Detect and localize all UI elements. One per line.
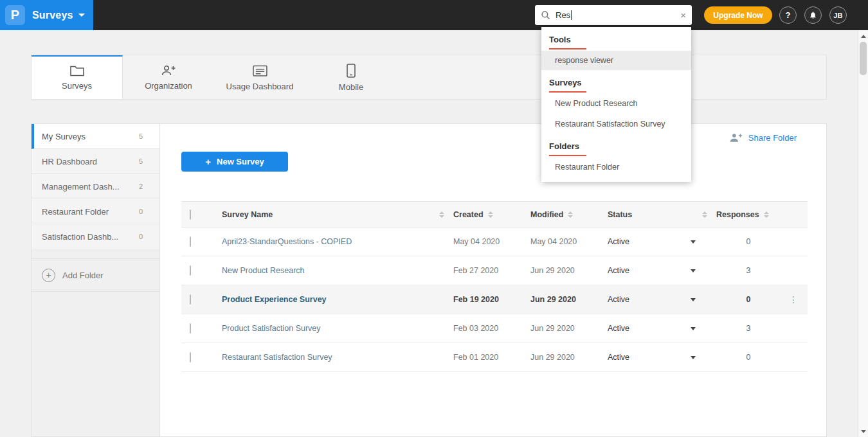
sort-icon[interactable] — [568, 211, 573, 218]
tab-organization[interactable]: Organization — [123, 55, 214, 99]
row-checkbox[interactable] — [190, 294, 191, 305]
scroll-up-arrow-icon[interactable] — [858, 31, 868, 40]
created-date: Feb 03 2020 — [453, 324, 530, 333]
sidebar-item-management-dashboard[interactable]: Management Dash... 2 — [32, 174, 159, 199]
survey-name-link[interactable]: New Product Research — [222, 266, 305, 275]
search-input[interactable]: Res × — [535, 5, 692, 25]
folder-icon — [70, 65, 84, 76]
suggestion-response-viewer[interactable]: response viewer — [541, 51, 691, 70]
modified-date: May 04 2020 — [530, 237, 608, 246]
tab-label: Surveys — [62, 81, 92, 91]
main-nav-tabs: Surveys Organization Usage Dashboard Mob… — [31, 55, 827, 100]
help-button[interactable]: ? — [779, 6, 797, 24]
page-scrollbar[interactable] — [858, 30, 868, 437]
tab-mobile[interactable]: Mobile — [305, 55, 397, 99]
folders-sidebar: My Surveys 5 HR Dashboard 5 Management D… — [32, 124, 160, 436]
sort-icon[interactable] — [702, 211, 707, 218]
folder-label: My Surveys — [42, 132, 86, 141]
status-value: Active — [608, 324, 629, 333]
search-icon — [541, 10, 550, 20]
plus-circle-icon: + — [42, 269, 55, 282]
tab-usage-dashboard[interactable]: Usage Dashboard — [214, 55, 305, 99]
scrollbar-thumb[interactable] — [860, 42, 867, 75]
dropdown-section-surveys: Surveys — [541, 70, 691, 93]
responses-count: 3 — [716, 324, 781, 333]
share-folder-button[interactable]: Share Folder — [729, 133, 797, 143]
survey-name-link[interactable]: Product Experience Survey — [222, 295, 327, 304]
table-header-row: Survey Name Created Modified Status Resp… — [181, 201, 808, 227]
sidebar-item-satisfaction-dashboard[interactable]: Satisfaction Dashb... 0 — [32, 224, 159, 249]
status-dropdown-caret-icon[interactable] — [691, 240, 696, 244]
status-value: Active — [608, 237, 629, 246]
brand-logo: P — [5, 5, 25, 25]
text-cursor — [571, 10, 572, 20]
survey-name-link[interactable]: Product Satisfaction Survey — [222, 324, 321, 333]
table-row: Product Satisfaction Survey Feb 03 2020 … — [181, 314, 808, 343]
folder-label: Management Dash... — [42, 182, 120, 192]
folder-count: 0 — [139, 233, 143, 240]
tab-label: Mobile — [339, 82, 363, 92]
dropdown-section-tools: Tools — [541, 27, 691, 49]
user-avatar[interactable]: JB — [829, 6, 847, 24]
header-survey-name[interactable]: Survey Name — [213, 210, 453, 219]
question-mark-icon: ? — [786, 10, 791, 20]
header-modified[interactable]: Modified — [530, 210, 608, 219]
status-dropdown-caret-icon[interactable] — [691, 298, 696, 301]
responses-count: 0 — [716, 237, 781, 246]
sort-icon[interactable] — [764, 211, 769, 218]
header-responses[interactable]: Responses — [716, 210, 781, 219]
top-bar: P Surveys Res × Upgrade Now ? JB — [0, 0, 868, 30]
survey-name-link[interactable]: Restaurant Satisfaction Survey — [222, 353, 332, 362]
created-date: Feb 19 2020 — [453, 295, 530, 304]
status-dropdown-caret-icon[interactable] — [691, 327, 696, 330]
new-survey-button[interactable]: + New Survey — [181, 152, 288, 172]
header-created[interactable]: Created — [453, 210, 530, 219]
survey-name-link[interactable]: April23-StandarQuestions - COPIED — [222, 237, 352, 246]
folder-count: 2 — [139, 183, 143, 190]
row-checkbox[interactable] — [190, 352, 191, 362]
folder-count: 0 — [139, 208, 143, 215]
sidebar-item-restaurant-folder[interactable]: Restaurant Folder 0 — [32, 199, 159, 224]
row-checkbox[interactable] — [190, 236, 191, 247]
row-checkbox[interactable] — [190, 265, 191, 276]
sidebar-item-hr-dashboard[interactable]: HR Dashboard 5 — [32, 149, 159, 174]
add-folder-button[interactable]: + Add Folder — [32, 258, 159, 292]
bell-icon — [809, 11, 817, 19]
created-date: Feb 27 2020 — [453, 266, 530, 275]
sort-icon[interactable] — [488, 211, 493, 218]
status-dropdown-caret-icon[interactable] — [691, 269, 696, 272]
header-status[interactable]: Status — [608, 210, 716, 219]
sort-icon[interactable] — [439, 211, 444, 218]
dashboard-icon — [253, 65, 267, 77]
scroll-down-arrow-icon[interactable] — [858, 427, 868, 436]
folder-label: Satisfaction Dashb... — [42, 232, 118, 242]
share-folder-label: Share Folder — [748, 133, 797, 143]
suggestion-restaurant-folder[interactable]: Restaurant Folder — [541, 157, 691, 177]
select-all-checkbox[interactable] — [190, 210, 191, 220]
created-date: May 04 2020 — [453, 237, 530, 246]
row-menu-kebab-icon[interactable]: ⋮ — [781, 294, 808, 305]
product-title: Surveys — [32, 10, 73, 21]
header-checkbox-cell — [181, 210, 213, 219]
main-content-card: My Surveys 5 HR Dashboard 5 Management D… — [31, 123, 827, 437]
surveys-panel: Share Folder + New Survey Survey Name Cr… — [160, 124, 826, 436]
add-folder-label: Add Folder — [62, 271, 104, 280]
tab-surveys[interactable]: Surveys — [32, 55, 123, 99]
table-row: April23-StandarQuestions - COPIED May 04… — [181, 227, 808, 256]
status-dropdown-caret-icon[interactable] — [691, 356, 696, 359]
status-value: Active — [608, 266, 629, 275]
smartphone-icon — [347, 64, 356, 78]
folder-label: HR Dashboard — [42, 157, 97, 166]
row-checkbox[interactable] — [190, 323, 191, 334]
responses-count: 0 — [716, 295, 781, 304]
suggestion-new-product-research[interactable]: New Product Research — [541, 94, 691, 113]
responses-count: 0 — [716, 353, 781, 362]
clear-search-icon[interactable]: × — [680, 10, 686, 20]
sidebar-item-my-surveys[interactable]: My Surveys 5 — [32, 124, 159, 149]
responses-count: 3 — [716, 266, 781, 275]
suggestion-restaurant-satisfaction-survey[interactable]: Restaurant Satisfaction Survey — [541, 114, 691, 134]
upgrade-now-button[interactable]: Upgrade Now — [704, 6, 772, 24]
product-switcher[interactable]: P Surveys — [0, 0, 93, 30]
chevron-down-icon — [78, 13, 85, 17]
notifications-button[interactable] — [804, 6, 822, 24]
